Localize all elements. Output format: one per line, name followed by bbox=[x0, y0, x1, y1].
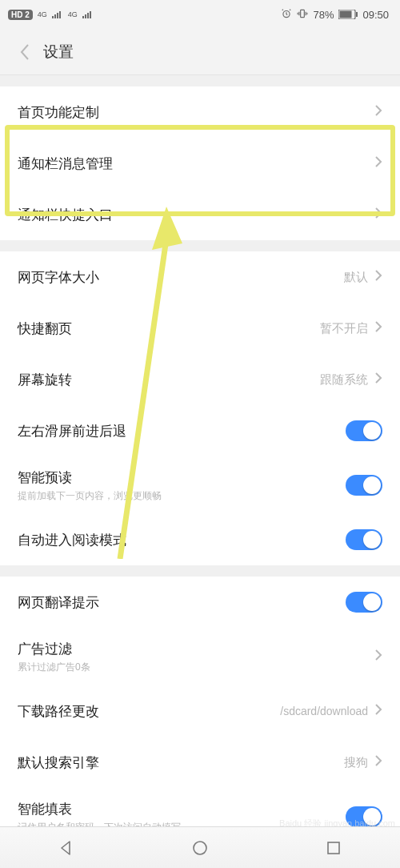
settings-section-1: 首页功能定制 通知栏消息管理 通知栏快捷入口 bbox=[0, 86, 400, 240]
toggle-smart-preload[interactable] bbox=[346, 475, 382, 496]
toggle-auto-read[interactable] bbox=[346, 529, 382, 550]
row-label: 智能填表 bbox=[18, 800, 346, 818]
chevron-right-icon bbox=[374, 372, 382, 388]
status-right: 78% 09:50 bbox=[281, 8, 389, 22]
svg-rect-9 bbox=[301, 10, 305, 17]
row-label: 通知栏快捷入口 bbox=[18, 206, 374, 224]
row-swipe-nav[interactable]: 左右滑屏前进后退 bbox=[0, 405, 400, 456]
row-value: 搜狗 bbox=[344, 755, 368, 770]
chevron-right-icon bbox=[374, 703, 382, 719]
row-value: 默认 bbox=[344, 270, 368, 285]
row-translate-hint[interactable]: 网页翻译提示 bbox=[0, 577, 400, 628]
chevron-right-icon bbox=[374, 754, 382, 770]
row-label: 屏幕旋转 bbox=[18, 371, 320, 389]
row-search-engine[interactable]: 默认搜索引擎 搜狗 bbox=[0, 737, 400, 788]
row-auto-read-mode[interactable]: 自动进入阅读模式 bbox=[0, 514, 400, 565]
status-bar: HD 2 4G 4G 78% 09:50 bbox=[0, 0, 400, 29]
row-label: 广告过滤 bbox=[18, 640, 374, 658]
signal-icon-2 bbox=[82, 9, 94, 21]
row-screen-rotate[interactable]: 屏幕旋转 跟随系统 bbox=[0, 354, 400, 405]
signal-icon-1 bbox=[52, 9, 63, 21]
hd-badge: HD 2 bbox=[8, 10, 33, 20]
svg-rect-1 bbox=[54, 14, 56, 18]
row-label: 左右滑屏前进后退 bbox=[18, 422, 346, 440]
nav-home-button[interactable] bbox=[184, 832, 216, 864]
section-gap bbox=[0, 240, 400, 251]
svg-rect-4 bbox=[82, 16, 84, 18]
row-home-customize[interactable]: 首页功能定制 bbox=[0, 86, 400, 138]
chevron-right-icon bbox=[374, 649, 382, 665]
svg-rect-7 bbox=[90, 11, 91, 18]
alarm-icon bbox=[281, 8, 292, 22]
chevron-right-icon bbox=[374, 104, 382, 120]
row-ad-filter[interactable]: 广告过滤 累计过滤广告0条 bbox=[0, 628, 400, 685]
vibrate-icon bbox=[297, 8, 308, 22]
battery-percent: 78% bbox=[313, 9, 334, 21]
row-label: 通知栏消息管理 bbox=[18, 155, 374, 173]
row-label: 下载路径更改 bbox=[18, 702, 280, 721]
title-bar: 设置 bbox=[0, 29, 400, 75]
svg-rect-11 bbox=[340, 11, 352, 18]
row-label: 首页功能定制 bbox=[18, 103, 374, 122]
back-button[interactable] bbox=[11, 38, 38, 66]
svg-rect-6 bbox=[87, 13, 89, 18]
clock-text: 09:50 bbox=[362, 9, 389, 21]
status-left: HD 2 4G 4G bbox=[8, 9, 94, 21]
row-label: 自动进入阅读模式 bbox=[18, 531, 346, 549]
chevron-right-icon bbox=[374, 155, 382, 171]
svg-rect-16 bbox=[328, 842, 339, 854]
row-notification-shortcut[interactable]: 通知栏快捷入口 bbox=[0, 189, 400, 240]
row-subtext: 提前加载下一页内容，浏览更顺畅 bbox=[18, 489, 346, 503]
network-label-1: 4G bbox=[38, 10, 47, 18]
row-label: 默认搜索引擎 bbox=[18, 753, 344, 772]
row-smart-preload[interactable]: 智能预读 提前加载下一页内容，浏览更顺畅 bbox=[0, 456, 400, 514]
svg-rect-0 bbox=[52, 16, 54, 18]
nav-recent-button[interactable] bbox=[318, 832, 350, 864]
network-label-2: 4G bbox=[68, 10, 78, 18]
svg-rect-5 bbox=[85, 14, 86, 18]
row-subtext: 累计过滤广告0条 bbox=[18, 661, 374, 674]
row-value: 跟随系统 bbox=[320, 372, 368, 388]
nav-back-button[interactable] bbox=[50, 832, 82, 864]
row-label: 智能预读 bbox=[18, 468, 346, 487]
settings-section-3: 网页翻译提示 广告过滤 累计过滤广告0条 下载路径更改 /sdcard/down… bbox=[0, 577, 400, 846]
row-download-path[interactable]: 下载路径更改 /sdcard/download bbox=[0, 685, 400, 737]
row-quick-flip[interactable]: 快捷翻页 暂不开启 bbox=[0, 303, 400, 354]
svg-rect-12 bbox=[356, 12, 358, 17]
section-gap bbox=[0, 75, 400, 86]
settings-section-2: 网页字体大小 默认 快捷翻页 暂不开启 屏幕旋转 跟随系统 左右滑屏前进后退 智… bbox=[0, 251, 400, 565]
chevron-right-icon bbox=[374, 269, 382, 285]
row-font-size[interactable]: 网页字体大小 默认 bbox=[0, 251, 400, 303]
svg-point-15 bbox=[194, 842, 206, 854]
section-gap bbox=[0, 565, 400, 577]
row-label: 网页字体大小 bbox=[18, 268, 344, 287]
chevron-right-icon bbox=[374, 320, 382, 336]
system-nav-bar bbox=[0, 826, 400, 868]
svg-rect-2 bbox=[57, 13, 58, 18]
toggle-swipe-nav[interactable] bbox=[346, 420, 382, 441]
row-notification-management[interactable]: 通知栏消息管理 bbox=[0, 138, 400, 189]
row-value: /sdcard/download bbox=[280, 705, 368, 717]
svg-rect-3 bbox=[59, 11, 61, 18]
row-label: 快捷翻页 bbox=[18, 319, 320, 338]
toggle-translate-hint[interactable] bbox=[346, 592, 382, 613]
chevron-right-icon bbox=[374, 207, 382, 223]
row-label: 网页翻译提示 bbox=[18, 593, 346, 612]
page-title: 设置 bbox=[43, 42, 74, 62]
battery-icon bbox=[338, 10, 358, 19]
row-value: 暂不开启 bbox=[320, 321, 368, 336]
